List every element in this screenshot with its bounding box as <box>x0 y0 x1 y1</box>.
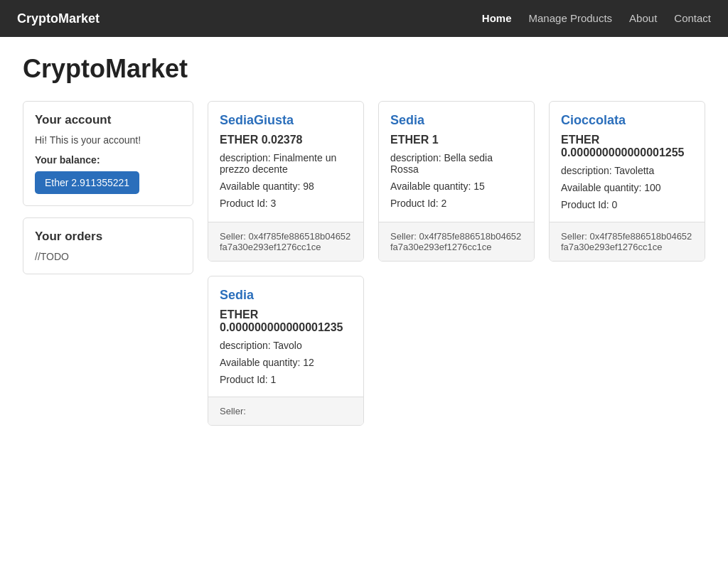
nav-link-home[interactable]: Home <box>482 12 512 24</box>
orders-todo: //TODO <box>35 251 181 262</box>
product-card: SediaETHER 0.000000000000001235descripti… <box>208 276 364 426</box>
orders-title: Your orders <box>35 230 181 244</box>
product-description: description: Bella sedia Rossa <box>390 152 523 175</box>
main-container: CryptoMarket Your account Hi! This is yo… <box>0 37 728 443</box>
navbar: CryptoMarket HomeManage ProductsAboutCon… <box>0 0 728 37</box>
balance-label: Your balance: <box>35 154 181 166</box>
product-price: ETHER 0.02378 <box>220 134 352 146</box>
product-price: ETHER 1 <box>390 134 523 146</box>
product-seller: Seller: 0x4f785fe886518b04652fa7a30e293e… <box>220 231 352 252</box>
product-id: Product Id: 3 <box>220 198 352 209</box>
page-title: CryptoMarket <box>23 54 705 84</box>
product-quantity: Available quantity: 98 <box>220 181 352 192</box>
orders-card: Your orders //TODO <box>23 217 193 274</box>
product-description: description: Tavolo <box>220 340 352 351</box>
product-id: Product Id: 0 <box>561 199 693 210</box>
nav-link-manage-products[interactable]: Manage Products <box>529 12 613 24</box>
product-name: SediaGiusta <box>220 113 352 128</box>
nav-link-about[interactable]: About <box>629 12 657 24</box>
product-card: CioccolataETHER 0.000000000000001255desc… <box>549 101 705 262</box>
product-card: SediaGiustaETHER 0.02378description: Fin… <box>208 101 364 262</box>
product-description: description: Tavoletta <box>561 165 693 176</box>
product-quantity: Available quantity: 100 <box>561 182 693 193</box>
product-price: ETHER 0.000000000000001235 <box>220 308 352 334</box>
products-grid: SediaGiustaETHER 0.02378description: Fin… <box>208 101 705 426</box>
product-id: Product Id: 1 <box>220 374 352 385</box>
product-name: Sedia <box>390 113 523 128</box>
product-seller: Seller: 0x4f785fe886518b04652fa7a30e293e… <box>390 231 523 252</box>
nav-brand: CryptoMarket <box>17 11 100 26</box>
product-description: description: Finalmente un prezzo decent… <box>220 152 352 175</box>
account-title: Your account <box>35 113 181 127</box>
product-quantity: Available quantity: 15 <box>390 181 523 192</box>
product-price: ETHER 0.000000000000001255 <box>561 134 693 159</box>
balance-badge: Ether 2.911355221 <box>35 171 139 194</box>
account-text: Hi! This is your account! <box>35 134 181 146</box>
nav-link-contact[interactable]: Contact <box>674 12 711 24</box>
content-layout: Your account Hi! This is your account! Y… <box>23 101 705 426</box>
product-id: Product Id: 2 <box>390 198 523 209</box>
product-name: Cioccolata <box>561 113 693 128</box>
product-seller: Seller: 0x4f785fe886518b04652fa7a30e293e… <box>561 231 693 252</box>
sidebar: Your account Hi! This is your account! Y… <box>23 101 193 274</box>
product-name: Sedia <box>220 288 352 303</box>
account-card: Your account Hi! This is your account! Y… <box>23 101 193 206</box>
product-seller: Seller: <box>220 406 352 416</box>
product-quantity: Available quantity: 12 <box>220 357 352 368</box>
nav-links: HomeManage ProductsAboutContact <box>482 12 711 25</box>
product-card: SediaETHER 1description: Bella sedia Ros… <box>378 101 535 262</box>
